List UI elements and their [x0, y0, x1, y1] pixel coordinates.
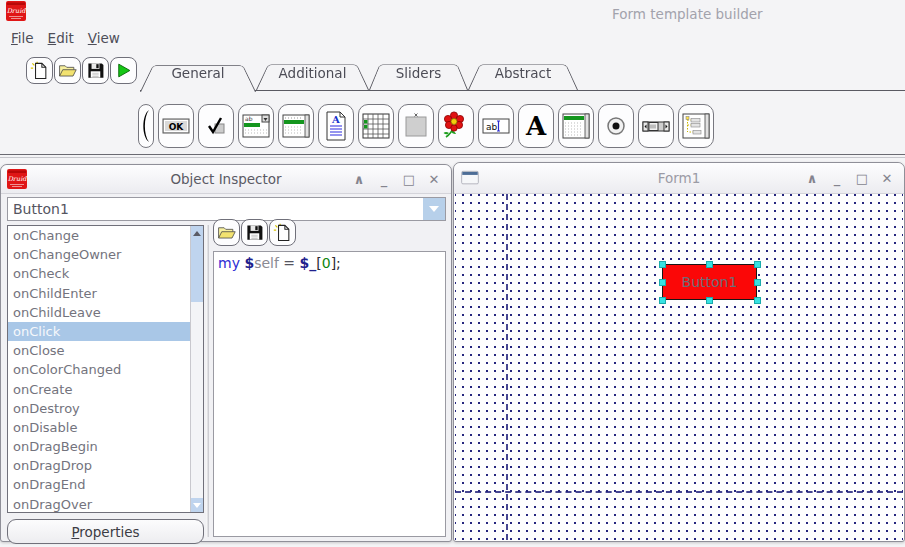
tab-label: Sliders: [369, 57, 468, 89]
tab-additional[interactable]: Additional: [256, 57, 369, 90]
palette-divider-button[interactable]: [138, 104, 154, 148]
save-button[interactable]: [241, 219, 268, 246]
event-item-onChange[interactable]: onChange: [8, 226, 203, 245]
combobox-dropdown-button[interactable]: [423, 198, 445, 220]
selection-handle[interactable]: [659, 261, 666, 268]
selection-handle[interactable]: [659, 297, 666, 304]
maximize-button[interactable]: □: [402, 172, 416, 187]
event-item-onChangeOwner[interactable]: onChangeOwner: [8, 245, 203, 264]
scroll-down-button[interactable]: [191, 498, 203, 512]
palette-image-button[interactable]: [438, 104, 474, 148]
event-item-onDragOver[interactable]: onDragOver: [8, 495, 203, 513]
form-canvas[interactable]: Button1: [455, 194, 903, 540]
event-item-onCheck[interactable]: onCheck: [8, 264, 203, 283]
code-editor[interactable]: my $self = $_[0];: [213, 251, 446, 537]
code-token: =: [279, 255, 300, 271]
palette-grid-button[interactable]: [358, 104, 394, 148]
palette-checkbox-button[interactable]: [198, 104, 234, 148]
radio-widget-icon: [601, 111, 631, 141]
selection-handle[interactable]: [706, 297, 713, 304]
object-inspector-titlebar[interactable]: Druid Object Inspector ∧_□✕: [1, 165, 451, 194]
run-button[interactable]: [110, 57, 137, 84]
palette-button-button[interactable]: OK: [158, 104, 194, 148]
palette-panel-button[interactable]: [398, 104, 434, 148]
event-item-onClick[interactable]: onClick: [8, 322, 203, 341]
palette-divider-line: [0, 157, 905, 158]
minimize-button[interactable]: _: [830, 171, 844, 186]
scrollbar-thumb[interactable]: [191, 240, 203, 302]
event-item-onDragDrop[interactable]: onDragDrop: [8, 456, 203, 475]
event-item-onClose[interactable]: onClose: [8, 341, 203, 360]
open-button[interactable]: [213, 219, 240, 246]
edit-widget-icon: ab: [481, 111, 511, 141]
tab-general[interactable]: General: [140, 57, 256, 90]
events-scrollbar[interactable]: [190, 226, 203, 512]
new-icon: [273, 223, 292, 242]
designed-button[interactable]: Button1: [662, 264, 757, 300]
richtext-widget-icon: A: [321, 111, 351, 141]
palette-scrollbar-button[interactable]: [638, 104, 674, 148]
minimize-button[interactable]: _: [377, 172, 391, 187]
palette-outline-button[interactable]: [678, 104, 714, 148]
selection-handle[interactable]: [754, 261, 761, 268]
scroll-up-button[interactable]: [191, 226, 203, 240]
new-button[interactable]: [269, 219, 296, 246]
new-button[interactable]: [26, 57, 53, 84]
selection-handle[interactable]: [659, 279, 666, 286]
palette-combobox-button[interactable]: ab: [238, 104, 274, 148]
main-toolbar: [26, 57, 137, 84]
event-item-onDragBegin[interactable]: onDragBegin: [8, 437, 203, 456]
save-button[interactable]: [82, 57, 109, 84]
grid-widget-icon: [361, 111, 391, 141]
event-item-onChildLeave[interactable]: onChildLeave: [8, 303, 203, 322]
event-item-onDisable[interactable]: onDisable: [8, 418, 203, 437]
event-item-onChildEnter[interactable]: onChildEnter: [8, 284, 203, 303]
run-icon: [114, 61, 133, 80]
event-item-onCreate[interactable]: onCreate: [8, 380, 203, 399]
shade-button[interactable]: ∧: [352, 172, 366, 187]
shade-button[interactable]: ∧: [805, 171, 819, 186]
tab-sliders[interactable]: Sliders: [369, 57, 468, 90]
window-controls: ∧_□✕: [352, 165, 441, 193]
palette-edit-button[interactable]: ab: [478, 104, 514, 148]
selection-handle[interactable]: [754, 279, 761, 286]
open-button[interactable]: [54, 57, 81, 84]
code-token: $: [244, 255, 254, 271]
divider-widget-icon: [140, 108, 152, 144]
palette-listview-button[interactable]: [278, 104, 314, 148]
splitter-sash[interactable]: [206, 225, 209, 537]
svg-text:Druid: Druid: [8, 175, 27, 183]
properties-button[interactable]: Properties: [7, 519, 204, 544]
palette-listbox-button[interactable]: [558, 104, 594, 148]
button-widget-icon: OK: [161, 111, 191, 141]
widget-palette: OKabAabA: [138, 104, 714, 148]
palette-label-button[interactable]: A: [518, 104, 554, 148]
code-token: self: [254, 255, 279, 271]
menu-file[interactable]: File: [11, 30, 34, 46]
palette-radio-button[interactable]: [598, 104, 634, 148]
app-logo-icon: Druid: [7, 169, 27, 189]
object-selector-combobox[interactable]: Button1: [7, 197, 446, 221]
form-titlebar[interactable]: Form1 ∧_□✕: [454, 163, 904, 194]
image-widget-icon: [441, 111, 471, 141]
selection-handle[interactable]: [706, 261, 713, 268]
object-selector-value: Button1: [8, 201, 423, 217]
svg-text:Druid: Druid: [7, 7, 26, 15]
close-button[interactable]: ✕: [427, 172, 441, 187]
close-button[interactable]: ✕: [880, 171, 894, 186]
event-item-onDestroy[interactable]: onDestroy: [8, 399, 203, 418]
save-icon: [245, 223, 264, 242]
event-item-onDragEnd[interactable]: onDragEnd: [8, 475, 203, 494]
window-icon: [460, 168, 480, 188]
tab-label: Additional: [256, 57, 369, 89]
maximize-button[interactable]: □: [855, 171, 869, 186]
palette-richtext-button[interactable]: A: [318, 104, 354, 148]
tab-abstract[interactable]: Abstract: [468, 57, 578, 90]
app-logo-icon: Druid: [6, 1, 26, 22]
menu-view[interactable]: View: [88, 30, 120, 46]
panel-widget-icon: [401, 111, 431, 141]
event-item-onColorChanged[interactable]: onColorChanged: [8, 360, 203, 379]
menu-edit[interactable]: Edit: [48, 30, 74, 46]
selection-handle[interactable]: [754, 297, 761, 304]
tab-label: General: [140, 57, 256, 89]
